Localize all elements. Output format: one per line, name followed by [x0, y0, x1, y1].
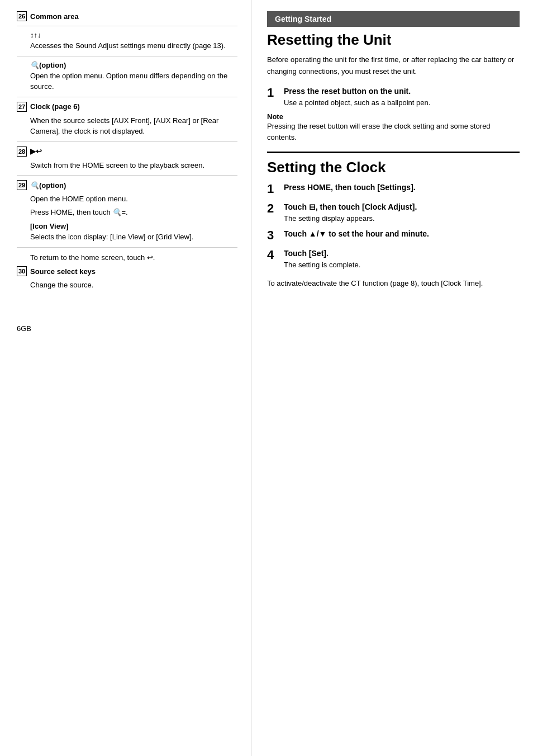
item29-title: 🔍(option): [30, 181, 66, 190]
return-note: To return to the home screen, touch ↩.: [17, 252, 237, 263]
item30-header: 30 Source select keys: [17, 266, 237, 276]
clock-step4-desc: The setting is complete.: [284, 261, 360, 269]
clock-step2: 2 Touch ⊟, then touch [Clock Adjust]. Th…: [267, 201, 520, 224]
sound-adjust-section: ↕↑↓ Accesses the Sound Adjust settings m…: [17, 31, 237, 51]
divider: [17, 141, 237, 142]
clock-step3-number: 3: [267, 228, 284, 243]
clock-step4-title: Touch [Set].: [284, 249, 329, 258]
divider: [17, 26, 237, 26]
divider: [17, 247, 237, 248]
section-number-30: 30: [17, 266, 27, 276]
option1-section: 🔍(option) Open the option menu. Option m…: [17, 61, 237, 92]
common-area-title: Common area: [30, 12, 79, 21]
option1-title: 🔍(option): [17, 61, 237, 69]
thick-divider: [267, 152, 520, 153]
item27-title: Clock (page 6): [30, 102, 80, 111]
clock-step3: 3 Touch ▲/▼ to set the hour and minute.: [267, 228, 520, 243]
section-number-28: 28: [17, 147, 27, 157]
left-column: 26 Common area ↕↑↓ Accesses the Sound Ad…: [0, 0, 251, 756]
option1-body: Open the option menu. Option menu differ…: [17, 70, 237, 92]
clock-step2-number: 2: [267, 201, 284, 216]
section-number-26: 26: [17, 11, 27, 21]
clock-step3-content: Touch ▲/▼ to set the hour and minute.: [284, 228, 429, 240]
note-text: Pressing the reset button will erase the…: [267, 121, 520, 143]
reset-step1: 1 Press the reset button on the unit. Us…: [267, 86, 520, 108]
item28-header: 28 ▶↩: [17, 147, 237, 157]
clock-step2-title: Touch ⊟, then touch [Clock Adjust].: [284, 202, 417, 211]
item29-header: 29 🔍(option): [17, 180, 237, 190]
clock-step2-desc: The setting display appears.: [284, 214, 375, 223]
clock-step3-title: Touch ▲/▼ to set the hour and minute.: [284, 229, 429, 238]
page-number-container: 6GB: [17, 324, 237, 333]
page-number: 6GB: [17, 324, 31, 333]
clock-step4: 4 Touch [Set]. The setting is complete.: [267, 248, 520, 271]
sound-adjust-body: Accesses the Sound Adjust settings menu …: [17, 40, 237, 51]
reset-step1-content: Press the reset button on the unit. Use …: [284, 86, 430, 108]
item27-body: When the source selects [AUX Front], [AU…: [17, 115, 237, 137]
note-label: Note: [267, 112, 520, 121]
item28-icon: ▶↩: [30, 147, 42, 155]
item27-header: 27 Clock (page 6): [17, 102, 237, 112]
clock-step2-content: Touch ⊟, then touch [Clock Adjust]. The …: [284, 201, 417, 224]
getting-started-banner: Getting Started: [267, 11, 520, 27]
clock-step1-number: 1: [267, 182, 284, 196]
clock-title: Setting the Clock: [267, 159, 520, 176]
reset-title: Resetting the Unit: [267, 31, 520, 49]
sound-adjust-icon: ↕↑↓: [17, 31, 237, 39]
footer-note: To activate/deactivate the CT function (…: [267, 278, 520, 289]
item28-body: Switch from the HOME screen to the playb…: [17, 160, 237, 171]
reset-step1-desc: Use a pointed object, such as a ballpoin…: [284, 98, 430, 107]
item29-sub-title: [Icon View]: [30, 222, 237, 230]
clock-step4-number: 4: [267, 248, 284, 262]
right-column: Getting Started Resetting the Unit Befor…: [251, 0, 533, 756]
clock-step4-content: Touch [Set]. The setting is complete.: [284, 248, 360, 271]
item29-sub-body: Selects the icon display: [Line View] or…: [17, 231, 237, 243]
item29-body2: Press HOME, then touch 🔍=.: [17, 207, 237, 218]
divider: [17, 175, 237, 176]
section-number-29: 29: [17, 180, 27, 190]
clock-step1-title: Press HOME, then touch [Settings].: [284, 183, 416, 192]
item30-title: Source select keys: [30, 267, 96, 276]
item29-body1: Open the HOME option menu.: [17, 193, 237, 205]
reset-intro: Before operating the unit for the first …: [267, 54, 520, 78]
reset-step1-number: 1: [267, 86, 284, 100]
item30-body: Change the source.: [17, 280, 237, 291]
reset-step1-title: Press the reset button on the unit.: [284, 87, 411, 96]
section-number-27: 27: [17, 102, 27, 112]
common-area-header: 26 Common area: [17, 11, 237, 21]
divider: [17, 97, 237, 97]
clock-step1-content: Press HOME, then touch [Settings].: [284, 182, 416, 193]
divider: [17, 56, 237, 56]
clock-step1: 1 Press HOME, then touch [Settings].: [267, 182, 520, 196]
note-block: Note Pressing the reset button will eras…: [267, 112, 520, 143]
